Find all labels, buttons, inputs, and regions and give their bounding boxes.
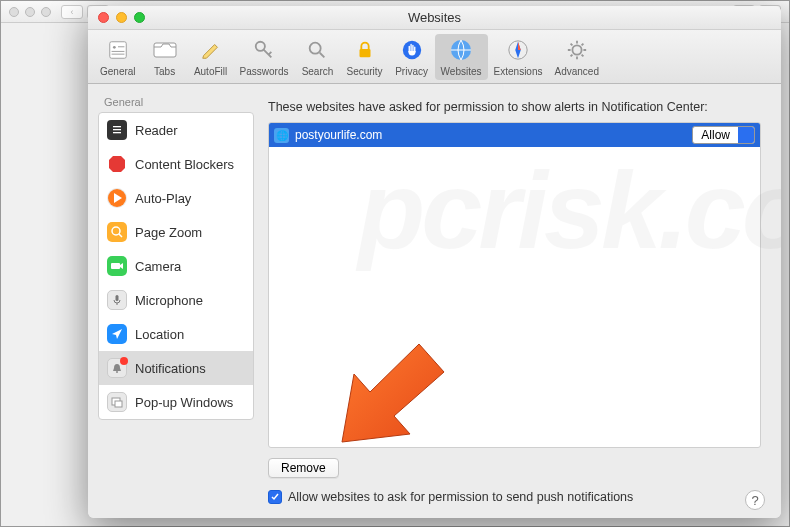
hand-icon <box>398 36 426 64</box>
zoom-icon <box>107 222 127 242</box>
permission-select[interactable]: Allow <box>692 126 755 144</box>
toolbar-tabs[interactable]: Tabs <box>142 34 188 80</box>
toolbar-label: Passwords <box>240 66 289 77</box>
gear-icon <box>104 36 132 64</box>
sidebar-label: Auto-Play <box>135 191 191 206</box>
toolbar-extensions[interactable]: Extensions <box>488 34 549 80</box>
toolbar-security[interactable]: Security <box>340 34 388 80</box>
toolbar-label: Websites <box>441 66 482 77</box>
toolbar: General Tabs AutoFill Passwords Search <box>88 30 781 84</box>
website-row[interactable]: postyourlife.com Allow <box>269 123 760 147</box>
svg-marker-16 <box>109 156 125 172</box>
popup-icon <box>107 392 127 412</box>
outer-close-icon <box>9 7 19 17</box>
svg-point-19 <box>112 227 120 235</box>
toolbar-advanced[interactable]: Advanced <box>548 34 604 80</box>
sidebar-label: Microphone <box>135 293 203 308</box>
help-button[interactable]: ? <box>745 490 765 510</box>
svg-rect-0 <box>110 41 127 58</box>
sidebar-item-camera[interactable]: Camera <box>99 249 253 283</box>
toolbar-passwords[interactable]: Passwords <box>234 34 295 80</box>
location-icon <box>107 324 127 344</box>
svg-rect-2 <box>118 46 124 47</box>
preferences-window: Websites General Tabs AutoFill <box>88 6 781 518</box>
toolbar-label: General <box>100 66 136 77</box>
toolbar-search[interactable]: Search <box>294 34 340 80</box>
bell-icon <box>107 358 127 378</box>
checkbox-checked-icon[interactable] <box>268 490 282 504</box>
svg-point-23 <box>116 371 118 373</box>
window-title: Websites <box>88 10 781 25</box>
outer-min-icon <box>25 7 35 17</box>
svg-point-12 <box>572 45 581 54</box>
search-icon <box>303 36 331 64</box>
svg-rect-25 <box>115 401 122 407</box>
sidebar-label: Content Blockers <box>135 157 234 172</box>
sidebar-label: Pop-up Windows <box>135 395 233 410</box>
lock-icon <box>351 36 379 64</box>
outer-traffic-lights <box>9 7 51 17</box>
sidebar-item-location[interactable]: Location <box>99 317 253 351</box>
checkbox-label: Allow websites to ask for permission to … <box>288 490 633 504</box>
key-icon <box>250 36 278 64</box>
sidebar: General Reader Content Blockers <box>88 84 264 518</box>
pencil-icon <box>197 36 225 64</box>
svg-rect-22 <box>116 295 119 301</box>
svg-rect-3 <box>111 50 124 51</box>
sidebar-item-popup-windows[interactable]: Pop-up Windows <box>99 385 253 419</box>
sidebar-item-page-zoom[interactable]: Page Zoom <box>99 215 253 249</box>
permission-value: Allow <box>693 127 738 143</box>
outer-max-icon <box>41 7 51 17</box>
sidebar-label: Notifications <box>135 361 206 376</box>
allow-checkbox-row[interactable]: Allow websites to ask for permission to … <box>268 490 761 504</box>
sidebar-header: General <box>98 94 254 112</box>
svg-marker-21 <box>120 263 123 269</box>
svg-point-1 <box>113 45 116 48</box>
svg-rect-20 <box>111 263 120 269</box>
toolbar-general[interactable]: General <box>94 34 142 80</box>
microphone-icon <box>107 290 127 310</box>
sidebar-item-notifications[interactable]: Notifications <box>99 351 253 385</box>
svg-rect-5 <box>154 43 176 57</box>
toolbar-websites[interactable]: Websites <box>435 34 488 80</box>
globe-icon <box>447 36 475 64</box>
svg-rect-4 <box>111 53 124 54</box>
content-area: General Reader Content Blockers <box>88 84 781 518</box>
svg-point-7 <box>310 42 321 53</box>
main-panel: These websites have asked for permission… <box>264 84 781 518</box>
svg-rect-15 <box>113 132 121 133</box>
compass-icon <box>504 36 532 64</box>
sidebar-label: Location <box>135 327 184 342</box>
chevron-updown-icon <box>738 127 754 143</box>
button-row: Remove <box>268 458 761 478</box>
reader-icon <box>107 120 127 140</box>
sidebar-label: Page Zoom <box>135 225 202 240</box>
sidebar-item-content-blockers[interactable]: Content Blockers <box>99 147 253 181</box>
play-icon <box>107 188 127 208</box>
sidebar-item-autoplay[interactable]: Auto-Play <box>99 181 253 215</box>
pref-titlebar: Websites <box>88 6 781 30</box>
svg-point-9 <box>402 40 420 58</box>
back-icon: ‹ <box>61 5 83 19</box>
arrow-annotation-icon <box>324 334 454 454</box>
favicon-icon <box>274 128 289 143</box>
toolbar-label: Advanced <box>554 66 598 77</box>
sidebar-item-microphone[interactable]: Microphone <box>99 283 253 317</box>
toolbar-privacy[interactable]: Privacy <box>389 34 435 80</box>
sidebar-label: Camera <box>135 259 181 274</box>
svg-rect-8 <box>359 49 370 57</box>
sidebar-list: Reader Content Blockers Auto-Play <box>98 112 254 420</box>
svg-rect-13 <box>113 126 121 127</box>
toolbar-label: AutoFill <box>194 66 227 77</box>
svg-rect-14 <box>113 129 121 130</box>
tabs-icon <box>151 36 179 64</box>
toolbar-label: Tabs <box>154 66 175 77</box>
panel-description: These websites have asked for permission… <box>268 100 761 114</box>
toolbar-label: Extensions <box>494 66 543 77</box>
gears-icon <box>563 36 591 64</box>
sidebar-item-reader[interactable]: Reader <box>99 113 253 147</box>
toolbar-autofill[interactable]: AutoFill <box>188 34 234 80</box>
toolbar-label: Search <box>302 66 334 77</box>
website-domain: postyourlife.com <box>295 128 382 142</box>
remove-button[interactable]: Remove <box>268 458 339 478</box>
